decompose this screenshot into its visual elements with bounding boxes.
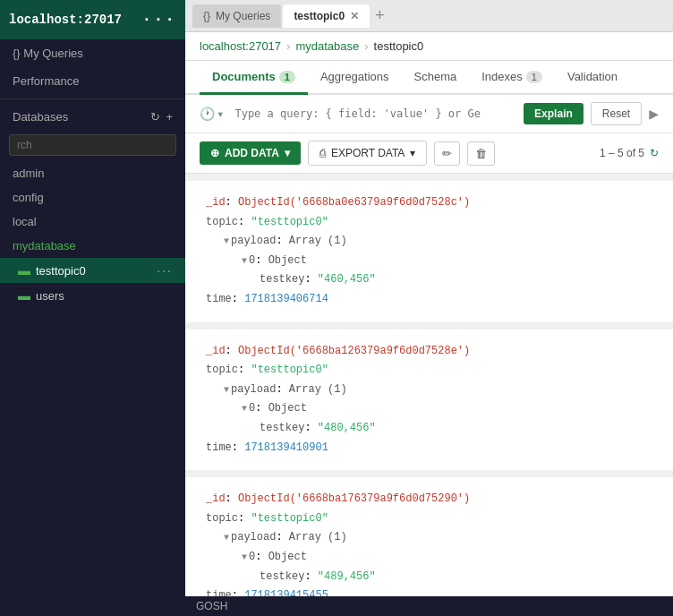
payload-0-collapse-1[interactable]: ▼ [242, 404, 247, 414]
tab-indexes[interactable]: Indexes 1 [469, 61, 555, 95]
pencil-icon: ✏ [442, 147, 452, 160]
payload-collapse-2[interactable]: ▼ [224, 533, 229, 543]
doc2-testkey: testkey: "489,456" [206, 568, 655, 587]
breadcrumb-host[interactable]: localhost:27017 [200, 39, 281, 53]
breadcrumb-sep1: › [286, 39, 290, 53]
host-label: localhost:27017 [9, 13, 122, 27]
payload-0-collapse-2[interactable]: ▼ [242, 552, 247, 562]
doc2-payload-0: ▼0: Object [206, 548, 655, 568]
doc2-id: _id: ObjectId('6668ba176379a9f6d0d75290'… [206, 490, 655, 509]
collection-options-icon[interactable]: ··· [157, 263, 173, 278]
sidebar-item-my-queries[interactable]: {} My Queries [0, 39, 185, 67]
testtopic0-label: testtopic0 [36, 264, 86, 278]
sidebar-header: localhost:27017 ··· [0, 0, 185, 39]
tab-bar: {} My Queries testtopic0 ✕ + [185, 0, 673, 32]
tab-close-icon[interactable]: ✕ [350, 10, 359, 22]
record-count: 1 – 5 of 5 ↻ [600, 147, 659, 159]
schema-tab-label: Schema [414, 70, 457, 83]
documents-tab-label: Documents [212, 70, 276, 83]
doc1-payload-0: ▼0: Object [206, 399, 655, 419]
mydatabase-label: mydatabase [13, 239, 76, 252]
validation-tab-label: Validation [567, 70, 618, 83]
query-input[interactable] [231, 104, 516, 124]
add-database-icon[interactable]: + [166, 110, 173, 124]
coll-left-users: ▬ users [18, 288, 64, 303]
table-row: _id: ObjectId('6668ba126379a9f6d0d7528e'… [185, 329, 673, 471]
record-count-label: 1 – 5 of 5 [600, 147, 644, 159]
export-chevron: ▾ [410, 147, 415, 159]
trash-icon: 🗑 [475, 147, 487, 160]
sidebar: localhost:27017 ··· {} My Queries Perfor… [0, 0, 185, 616]
tab-aggregations[interactable]: Aggregations [308, 61, 402, 95]
status-label: GOSH [196, 600, 227, 612]
my-queries-tab-icon: {} [203, 10, 210, 22]
doc0-topic: topic: "testtopic0" [206, 213, 655, 233]
tab-my-queries[interactable]: {} My Queries [192, 4, 281, 28]
payload-collapse-1[interactable]: ▼ [224, 385, 229, 395]
admin-label: admin [13, 167, 44, 180]
aggregations-tab-label: Aggregations [320, 70, 389, 83]
clock-icon: 🕐 [200, 107, 215, 122]
breadcrumb-sep2: › [364, 39, 368, 53]
config-label: config [13, 191, 44, 204]
sidebar-header-menu[interactable]: ··· [142, 11, 176, 29]
databases-icons: ↻ + [150, 110, 173, 124]
sidebar-item-mydatabase[interactable]: mydatabase [0, 234, 185, 258]
add-data-button[interactable]: ⊕ ADD DATA ▾ [200, 141, 301, 165]
sidebar-collection-users[interactable]: ▬ users [0, 283, 185, 308]
tab-validation[interactable]: Validation [555, 61, 630, 95]
doc2-time: time: 1718139415455 [206, 586, 655, 596]
main-content: {} My Queries testtopic0 ✕ + localhost:2… [185, 0, 673, 616]
users-collection-icon: ▬ [18, 288, 30, 303]
payload-0-collapse-0[interactable]: ▼ [242, 256, 247, 266]
tab-add-icon[interactable]: + [375, 7, 385, 25]
sidebar-item-local[interactable]: local [0, 210, 185, 234]
payload-collapse-0[interactable]: ▼ [224, 236, 229, 246]
sidebar-search-input[interactable] [9, 134, 176, 156]
my-queries-tab-label: My Queries [216, 10, 270, 22]
reset-button[interactable]: Reset [591, 102, 642, 125]
record-refresh-icon[interactable]: ↻ [650, 147, 659, 159]
nav-tabs: Documents 1 Aggregations Schema Indexes … [185, 61, 673, 95]
sidebar-collection-testtopic0[interactable]: ▬ testtopic0 ··· [0, 258, 185, 283]
document-list: _id: ObjectId('6668ba0e6379a9f6d0d7528c'… [185, 174, 673, 596]
doc2-topic: topic: "testtopic0" [206, 509, 655, 529]
edit-button[interactable]: ✏ [434, 141, 460, 166]
doc1-payload: ▼payload: Array (1) [206, 381, 655, 400]
local-label: local [13, 215, 37, 228]
doc0-testkey: testkey: "460,456" [206, 270, 655, 290]
explain-button[interactable]: Explain [524, 103, 584, 124]
sidebar-item-config[interactable]: config [0, 185, 185, 210]
sidebar-databases-header: Databases ↻ + [0, 103, 185, 131]
status-bar: GOSH [185, 596, 673, 616]
refresh-icon[interactable]: ↻ [150, 110, 160, 124]
tab-testtopic0[interactable]: testtopic0 ✕ [283, 4, 370, 28]
doc1-id: _id: ObjectId('6668ba126379a9f6d0d7528e'… [206, 342, 655, 362]
breadcrumb: localhost:27017 › mydatabase › testtopic… [185, 32, 673, 61]
testtopic0-tab-label: testtopic0 [294, 10, 345, 22]
query-history-button[interactable]: 🕐 ▾ [200, 107, 224, 122]
sidebar-item-admin[interactable]: admin [0, 161, 185, 185]
collection-icon: ▬ [18, 263, 30, 278]
export-data-label: EXPORT DATA [331, 147, 405, 159]
my-queries-label: My Queries [23, 47, 82, 60]
query-toolbar: 🕐 ▾ Explain Reset ▶ [185, 95, 673, 133]
doc1-testkey: testkey: "480,456" [206, 419, 655, 439]
doc2-payload: ▼payload: Array (1) [206, 528, 655, 548]
more-button[interactable]: ▶ [649, 104, 659, 124]
indexes-tab-badge: 1 [526, 71, 542, 83]
sidebar-item-performance[interactable]: Performance [0, 67, 185, 95]
users-label: users [36, 289, 64, 303]
add-data-label: ADD DATA [225, 147, 279, 159]
breadcrumb-db[interactable]: mydatabase [295, 39, 359, 53]
tab-schema[interactable]: Schema [402, 61, 470, 95]
delete-button[interactable]: 🗑 [467, 141, 495, 166]
export-data-button[interactable]: ⎙ EXPORT DATA ▾ [308, 141, 427, 166]
sidebar-search-container [9, 134, 176, 156]
indexes-tab-label: Indexes [481, 70, 523, 83]
tab-documents[interactable]: Documents 1 [200, 61, 308, 95]
doc0-payload: ▼payload: Array (1) [206, 232, 655, 252]
action-toolbar: ⊕ ADD DATA ▾ ⎙ EXPORT DATA ▾ ✏ 🗑 1 – 5 o… [185, 133, 673, 174]
table-row: _id: ObjectId('6668ba176379a9f6d0d75290'… [185, 477, 673, 596]
doc0-time: time: 1718139406714 [206, 290, 655, 310]
